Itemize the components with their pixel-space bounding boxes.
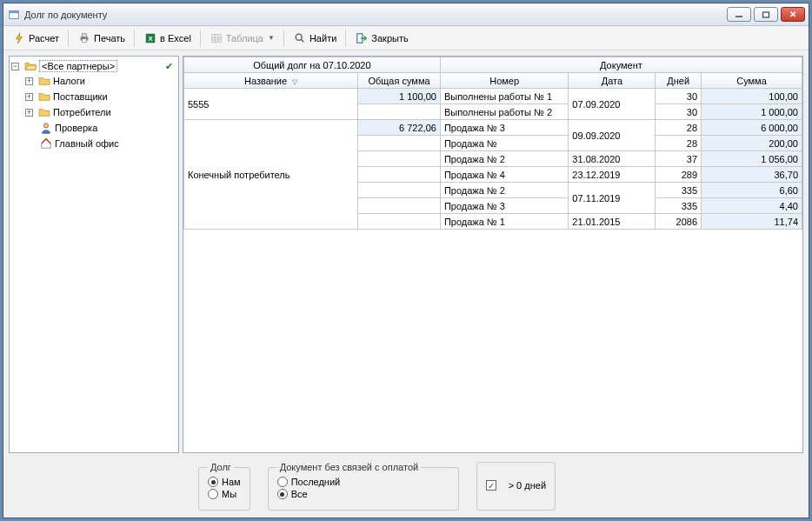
folder-icon	[37, 90, 51, 104]
toolbar-sep	[200, 30, 201, 47]
cell-doc: Продажа № 3	[440, 198, 568, 214]
days-check[interactable]: > 0 дней	[486, 479, 546, 491]
print-button[interactable]: Печать	[72, 30, 130, 47]
home-icon	[39, 137, 53, 150]
tree-item-office[interactable]: Главный офис	[25, 137, 176, 150]
svg-rect-1	[10, 10, 19, 13]
tree-item-check[interactable]: Проверка	[25, 121, 176, 135]
excel-icon: X	[143, 31, 157, 45]
toolbar: Расчет Печать X в Excel Таблица ▼ Найти …	[3, 26, 809, 50]
folder-icon	[37, 105, 51, 119]
cell-sum: 11,74	[702, 214, 802, 230]
docopt-last-radio[interactable]: Последний	[277, 476, 449, 488]
expand-icon[interactable]: +	[25, 109, 33, 117]
radio-icon	[277, 477, 288, 487]
cell-sum: 4,40	[702, 198, 802, 214]
cell-sum: 1 000,00	[702, 104, 802, 120]
collapse-icon[interactable]: −	[11, 63, 19, 70]
partner-tree[interactable]: − <Все партнеры> ✔ + Налоги	[9, 56, 179, 453]
table-button[interactable]: Таблица ▼	[204, 30, 280, 47]
tree-label: Проверка	[55, 123, 97, 133]
tree-item-consumers[interactable]: + Потребители	[25, 105, 176, 119]
tree-item-suppliers[interactable]: + Поставщики	[25, 90, 176, 104]
print-label: Печать	[94, 33, 125, 43]
cell-days: 28	[656, 120, 702, 136]
toolbar-sep	[283, 30, 284, 47]
cell-sum: 6 000,00	[702, 120, 802, 136]
cell-doc: Продажа № 3	[440, 120, 568, 136]
close-button[interactable]: Закрыть	[349, 30, 413, 47]
cell-date: 09.09.2020	[569, 120, 656, 151]
debt-grid[interactable]: Общий долг на 07.10.2020 Документ Назван…	[183, 56, 803, 453]
printer-icon	[77, 31, 91, 45]
table-row[interactable]: Конечный потребитель 6 722,06 Продажа № …	[184, 120, 802, 136]
tree-root-label: <Все партнеры>	[39, 60, 117, 72]
debt-my-radio[interactable]: Мы	[208, 488, 241, 500]
days-group: > 0 дней	[476, 462, 556, 511]
expand-icon[interactable]: +	[25, 93, 33, 101]
svg-rect-9	[212, 34, 222, 42]
svg-rect-6	[82, 38, 86, 42]
cell-sum: 6,60	[702, 183, 802, 198]
svg-rect-3	[763, 12, 769, 17]
footer-panel: Долг Нам Мы Документ без связей с оплато…	[3, 458, 809, 518]
maximize-button[interactable]	[754, 7, 778, 22]
debt-my-label: Мы	[222, 489, 236, 499]
app-window: Долг по документу ✕ Расчет Печать X в Ex…	[3, 3, 809, 518]
cell-doc: Продажа № 2	[440, 183, 568, 198]
svg-point-17	[43, 124, 48, 128]
col-name[interactable]: Название▽	[184, 73, 358, 89]
cell-date: 07.09.2020	[569, 89, 656, 120]
cell-days: 30	[656, 89, 702, 104]
cell-days: 37	[656, 151, 702, 167]
excel-button[interactable]: X в Excel	[138, 30, 196, 47]
header-doc[interactable]: Документ	[440, 57, 802, 73]
cell-date: 23.12.2019	[569, 167, 656, 183]
col-total[interactable]: Общая сумма	[358, 73, 441, 89]
close-label: Закрыть	[371, 33, 408, 43]
header-total-debt[interactable]: Общий долг на 07.10.2020	[184, 57, 441, 73]
person-icon	[39, 121, 53, 135]
debt-legend: Долг	[208, 462, 234, 472]
toolbar-sep	[68, 30, 69, 47]
docopt-all-label: Все	[291, 489, 308, 499]
cell-doc: Продажа № 1	[440, 214, 568, 230]
titlebar: Долг по документу ✕	[3, 3, 809, 26]
docopt-all-radio[interactable]: Все	[277, 488, 449, 500]
cell-total: 6 722,06	[358, 120, 441, 136]
cell-days: 2086	[656, 214, 702, 230]
cell-doc: Продажа №	[440, 136, 568, 151]
docopt-group: Документ без связей с оплатой Последний …	[268, 462, 459, 511]
minimize-button[interactable]	[727, 7, 751, 22]
radio-icon	[208, 477, 218, 487]
debt-nam-label: Нам	[222, 477, 241, 487]
svg-point-14	[296, 34, 302, 40]
docopt-legend: Документ без связей с оплатой	[277, 462, 422, 472]
cell-doc: Выполнены работы № 1	[440, 89, 568, 104]
checkbox-icon	[486, 480, 496, 491]
cell-total: 1 100,00	[358, 89, 441, 104]
col-num[interactable]: Номер	[440, 73, 568, 89]
cell-days: 30	[656, 104, 702, 120]
table-label: Таблица	[226, 33, 263, 43]
col-days[interactable]: Дней	[656, 73, 702, 89]
calc-button[interactable]: Расчет	[7, 30, 64, 47]
tree-item-taxes[interactable]: + Налоги	[25, 74, 176, 88]
cell-doc: Продажа № 4	[440, 167, 568, 183]
search-icon	[293, 31, 307, 45]
table-row[interactable]: 5555 1 100,00 Выполнены работы № 1 07.09…	[184, 89, 802, 104]
cell-date: 31.08.2020	[569, 151, 656, 167]
debt-nam-radio[interactable]: Нам	[208, 476, 241, 488]
close-window-button[interactable]: ✕	[781, 7, 805, 22]
find-button[interactable]: Найти	[288, 30, 342, 47]
tree-root[interactable]: − <Все партнеры> ✔	[11, 59, 176, 73]
expand-icon[interactable]: +	[25, 77, 33, 85]
debt-group: Долг Нам Мы	[198, 462, 250, 511]
cell-sum: 100,00	[702, 89, 802, 104]
check-icon: ✔	[165, 61, 176, 72]
cell-sum: 200,00	[702, 136, 802, 151]
col-sum[interactable]: Сумма	[702, 73, 802, 89]
col-date[interactable]: Дата	[569, 73, 656, 89]
cell-days: 28	[656, 136, 702, 151]
svg-line-15	[301, 39, 303, 42]
